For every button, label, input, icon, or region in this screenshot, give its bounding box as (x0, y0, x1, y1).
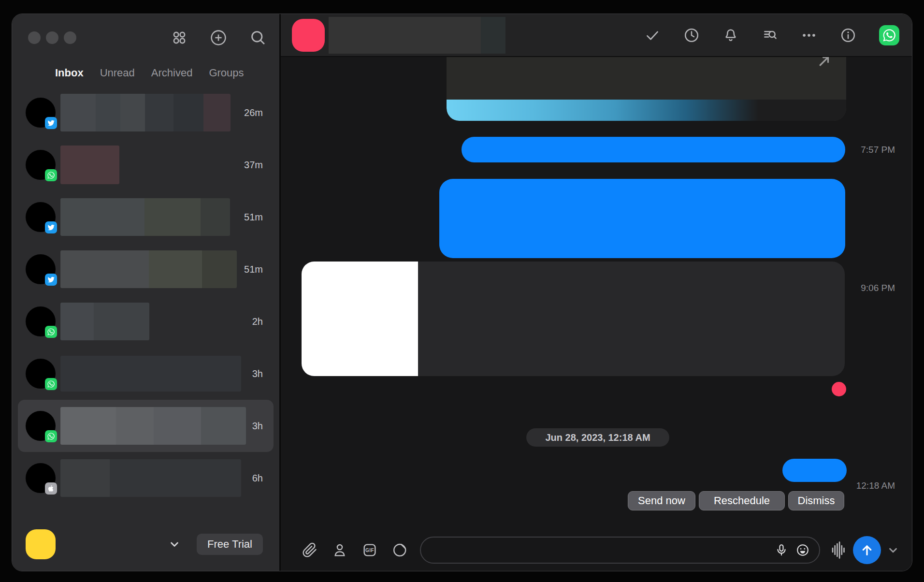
new-chat-icon[interactable] (210, 29, 227, 46)
scheduled-message-bubble (782, 459, 847, 482)
close-window-button[interactable] (28, 31, 41, 44)
chat-list-item[interactable]: 37m (12, 139, 279, 191)
date-divider: Jun 28, 2023, 12:18 AM (526, 428, 669, 447)
chat-timestamp: 2h (252, 316, 263, 327)
tab-inbox[interactable]: Inbox (55, 67, 84, 79)
sticker-icon[interactable] (392, 542, 407, 558)
whatsapp-badge-icon (45, 169, 57, 181)
clock-icon[interactable] (683, 27, 700, 44)
chat-timestamp: 3h (252, 368, 263, 379)
read-receipt-avatar (832, 382, 846, 396)
reschedule-button[interactable]: Reschedule (699, 491, 785, 510)
bell-icon[interactable] (722, 27, 739, 44)
chat-timestamp: 37m (244, 160, 263, 171)
chat-list-item[interactable]: 51m (12, 243, 279, 295)
whatsapp-badge-icon (45, 430, 57, 442)
whatsapp-badge-icon (45, 326, 57, 338)
gif-icon[interactable]: GIF (362, 542, 377, 558)
media-image (302, 262, 418, 376)
chat-timestamp: 51m (244, 264, 263, 275)
redacted-text-block (60, 198, 230, 236)
twitter-badge-icon (45, 274, 57, 286)
chevron-down-icon[interactable] (168, 538, 181, 551)
contact-avatar[interactable] (292, 19, 325, 52)
conversation-header (281, 14, 912, 57)
chat-list: 26m 37m (12, 87, 279, 524)
app-window: Inbox Unread Archived Groups 26m (12, 14, 912, 571)
mic-icon[interactable] (775, 543, 788, 557)
chat-timestamp: 3h (252, 421, 263, 432)
search-conversation-icon[interactable] (762, 27, 778, 44)
menu-icon[interactable] (25, 68, 38, 78)
sidebar-footer: Free Trial (12, 524, 279, 571)
redacted-text-block (60, 356, 241, 392)
chat-timestamp: 51m (244, 212, 263, 223)
sidebar: Inbox Unread Archived Groups 26m (12, 14, 281, 571)
link-preview-bubble[interactable] (447, 57, 846, 121)
message-composer: GIF (281, 532, 912, 571)
attachment-icon[interactable] (302, 542, 318, 558)
zoom-window-button[interactable] (64, 31, 76, 44)
redacted-text-block (60, 250, 237, 288)
redacted-contact-name (329, 17, 505, 54)
message-input[interactable] (433, 538, 767, 563)
twitter-badge-icon (45, 221, 57, 233)
traffic-lights[interactable] (28, 31, 76, 44)
free-trial-button[interactable]: Free Trial (197, 534, 263, 555)
profile-avatar[interactable] (26, 529, 56, 559)
message-input-container (420, 537, 820, 564)
redacted-text-block (60, 94, 231, 131)
chat-timestamp: 6h (252, 473, 263, 484)
tab-groups[interactable]: Groups (209, 67, 244, 79)
chat-list-item[interactable]: 3h (12, 348, 279, 400)
chat-list-item[interactable]: 51m (12, 191, 279, 243)
tab-archived[interactable]: Archived (151, 67, 193, 79)
message-timestamp: 12:18 AM (856, 480, 895, 491)
message-timestamp: 7:57 PM (861, 145, 895, 155)
redacted-text-block (60, 407, 246, 445)
chat-list-item-selected[interactable]: 3h (18, 400, 274, 452)
conversation-pane: 7:57 PM 9:06 PM Jun 28, 2023, 12:18 AM 1… (281, 14, 912, 571)
info-icon[interactable] (840, 27, 856, 44)
minimize-window-button[interactable] (46, 31, 58, 44)
chat-list-item[interactable]: 26m (12, 87, 279, 139)
sent-message-bubble (439, 179, 845, 258)
waveform-icon[interactable] (831, 540, 846, 560)
emoji-icon[interactable] (796, 543, 809, 557)
ellipsis-icon[interactable] (801, 27, 817, 44)
whatsapp-icon[interactable] (879, 25, 899, 45)
inbox-tabs: Inbox Unread Archived Groups (12, 62, 279, 84)
apps-grid-icon[interactable] (171, 29, 188, 46)
contact-icon[interactable] (332, 542, 347, 558)
redacted-text-block (60, 303, 149, 340)
send-button[interactable] (853, 536, 881, 564)
send-now-button[interactable]: Send now (628, 491, 695, 510)
twitter-badge-icon (45, 117, 57, 129)
check-icon[interactable] (644, 27, 661, 44)
send-options-chevron-icon[interactable] (887, 544, 899, 556)
link-preview-image (447, 100, 846, 121)
media-message-bubble[interactable] (302, 262, 845, 376)
message-scroll-area[interactable]: 7:57 PM 9:06 PM Jun 28, 2023, 12:18 AM 1… (281, 57, 912, 532)
send-arrow-icon (860, 543, 874, 557)
sent-message-bubble (462, 137, 845, 162)
chat-list-item[interactable]: 2h (12, 295, 279, 348)
search-icon[interactable] (249, 29, 267, 46)
external-link-arrow-icon (817, 57, 832, 68)
chat-list-item[interactable]: 6h (12, 452, 279, 504)
imessage-badge-icon (45, 482, 57, 495)
tab-unread[interactable]: Unread (100, 67, 135, 79)
redacted-text-block (60, 146, 119, 184)
dismiss-button[interactable]: Dismiss (788, 491, 844, 510)
whatsapp-badge-icon (45, 378, 57, 390)
sidebar-top-bar (12, 14, 279, 57)
gif-icon-label: GIF (365, 548, 374, 553)
chat-timestamp: 26m (244, 107, 263, 118)
message-timestamp: 9:06 PM (861, 283, 895, 293)
redacted-text-block (60, 459, 241, 497)
